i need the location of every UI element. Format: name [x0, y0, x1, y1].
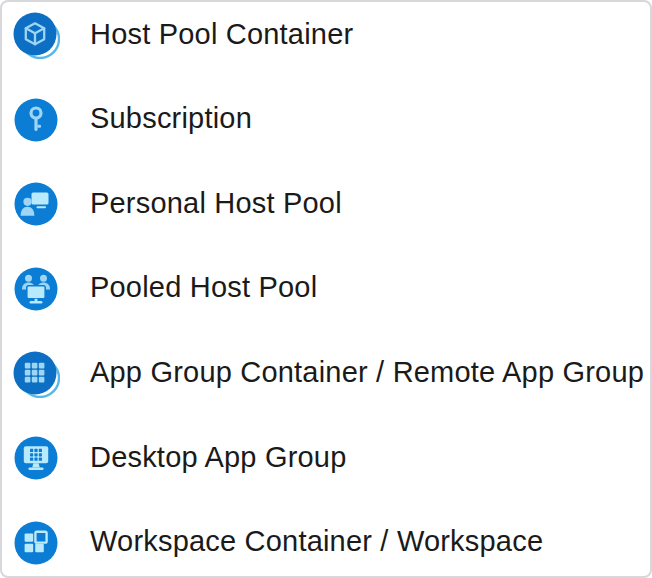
legend-label: Desktop App Group [90, 443, 347, 474]
legend-item-host-pool-container: Host Pool Container [12, 10, 642, 60]
app-group-container-icon [12, 350, 60, 398]
workspace-icon [12, 519, 60, 567]
personal-host-pool-icon [12, 180, 60, 228]
legend-label: Subscription [90, 104, 252, 135]
legend-item-app-group-container: App Group Container / Remote App Group [12, 349, 642, 399]
legend-label: App Group Container / Remote App Group [90, 358, 644, 389]
legend-label: Host Pool Container [90, 20, 353, 51]
legend-panel: Host Pool Container Subscription Persona… [0, 0, 652, 578]
legend-item-desktop-app-group: Desktop App Group [12, 433, 642, 483]
legend-item-subscription: Subscription [12, 95, 642, 145]
legend-item-workspace: Workspace Container / Workspace [12, 518, 642, 568]
legend-label: Workspace Container / Workspace [90, 527, 543, 558]
pooled-host-pool-icon [12, 265, 60, 313]
legend-label: Pooled Host Pool [90, 273, 317, 304]
host-pool-container-icon [12, 11, 60, 59]
subscription-key-icon [12, 96, 60, 144]
legend-label: Personal Host Pool [90, 189, 342, 220]
legend-item-personal-host-pool: Personal Host Pool [12, 179, 642, 229]
desktop-app-group-icon [12, 434, 60, 482]
legend-item-pooled-host-pool: Pooled Host Pool [12, 264, 642, 314]
